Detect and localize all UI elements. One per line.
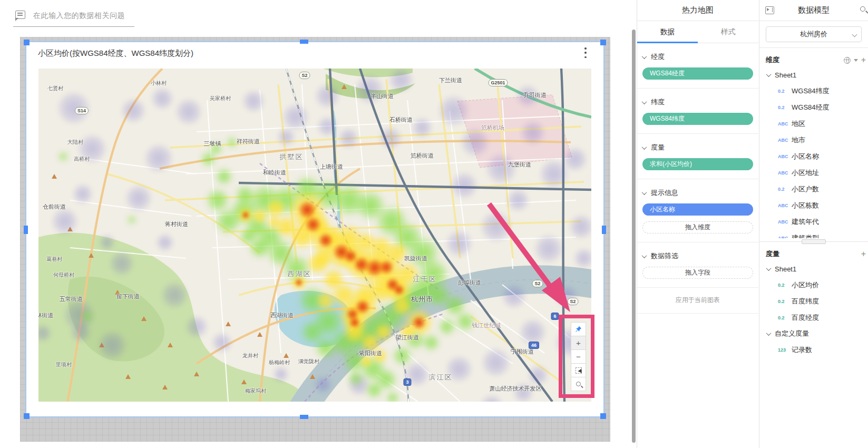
drop-zone[interactable]: 拖入维度	[642, 221, 753, 233]
dataset-name: 杭州房价	[800, 30, 827, 39]
field-type-icon: ABC	[778, 219, 792, 225]
chevron-icon	[642, 190, 647, 195]
config-section: 经度WGS84经度	[637, 43, 758, 89]
field-row[interactable]: ABC小区栋数	[766, 197, 863, 213]
field-type-icon: 0.2	[778, 283, 792, 288]
chevron-icon	[642, 253, 647, 258]
section-resize-grip[interactable]	[802, 239, 826, 244]
road-shield: S2	[567, 298, 578, 305]
resize-handle-se[interactable]	[600, 413, 606, 419]
resize-handle-n[interactable]	[300, 40, 308, 44]
field-name: WGS84经度	[792, 103, 830, 112]
field-pill[interactable]: 小区名称	[642, 203, 753, 216]
globe-caret-icon[interactable]	[854, 59, 858, 64]
dataset-select[interactable]: 杭州房价	[766, 26, 862, 42]
field-row[interactable]: ABC地区	[766, 115, 863, 132]
tab-数据[interactable]: 数据	[637, 21, 698, 43]
field-pill[interactable]: 求和(小区均价)	[642, 158, 753, 170]
field-type-icon: 0.2	[778, 89, 792, 94]
chart-panel-title: 热力地图	[682, 5, 714, 15]
resize-handle-e[interactable]	[602, 226, 606, 234]
resize-handle-w[interactable]	[24, 226, 28, 234]
field-name: 地区	[792, 119, 805, 129]
field-type-icon: ABC	[778, 154, 792, 159]
field-row[interactable]: 0.2百度经度	[766, 309, 863, 326]
nl-query-bar[interactable]: 在此输入您的数据相关问题	[13, 5, 134, 26]
field-row[interactable]: ABC建筑年代	[766, 213, 863, 230]
heatmap-chart-card[interactable]: 小区均价(按WGS84经度、WGS84纬度划分)	[26, 42, 603, 416]
config-section: 度量求和(小区均价)	[637, 134, 758, 179]
road-shield: S2	[532, 280, 543, 287]
tab-样式[interactable]: 样式	[698, 21, 758, 43]
filter-scope-note: 应用于当前图表	[637, 288, 758, 314]
field-row[interactable]: 0.2WGS84纬度	[766, 83, 863, 99]
resize-handle-ne[interactable]	[600, 40, 606, 45]
map-container[interactable]: 七贤村小林村吴家桥村大陆村高桥村三墩镇祥符街道半山街道下兰街道乔司街道石桥街道笕…	[38, 69, 591, 402]
field-name: 地市	[792, 135, 805, 145]
field-name: 记录数	[792, 345, 812, 355]
field-row[interactable]: 0.2小区户数	[766, 181, 863, 197]
config-section: 数据筛选拖入字段	[637, 242, 758, 288]
field-name: 建筑类型	[792, 233, 819, 239]
field-search-icon[interactable]	[860, 6, 865, 12]
annotation-rectangle	[559, 315, 594, 398]
resize-handle-nw[interactable]	[24, 40, 30, 45]
field-name: 小区栋数	[792, 201, 819, 210]
resize-handle-s[interactable]	[300, 415, 308, 419]
resize-handle-sw[interactable]	[24, 413, 30, 419]
globe-icon[interactable]	[844, 57, 851, 64]
field-type-icon: ABC	[778, 203, 792, 208]
road-shield: S14	[75, 107, 89, 114]
chart-panel-tabs: 数据样式	[637, 21, 758, 43]
field-type-icon: ABC	[778, 121, 792, 126]
measure-group-custom[interactable]: 自定义度量	[766, 326, 863, 342]
add-dimension-button[interactable]: +	[861, 56, 866, 64]
road-shield: G2501	[488, 79, 508, 86]
drop-zone[interactable]: 拖入字段	[642, 267, 753, 279]
road-shields: S14S2G2501S2S24636	[38, 69, 591, 402]
field-row[interactable]: ABC地市	[766, 132, 863, 148]
app-window: 在此输入您的数据相关问题 小区均价(按WGS84经度、WGS84纬度划分)	[0, 0, 868, 448]
field-name: 小区名称	[792, 152, 819, 161]
field-row[interactable]: ABC小区地址	[766, 164, 863, 181]
chart-title: 小区均价(按WGS84经度、WGS84纬度划分)	[38, 48, 193, 59]
field-type-icon: 123	[778, 347, 792, 353]
section-label[interactable]: 数据筛选	[642, 251, 753, 261]
section-label[interactable]: 纬度	[642, 98, 753, 107]
road-shield: 6	[551, 313, 559, 320]
field-row[interactable]: 0.2WGS84经度	[766, 99, 863, 115]
card-menu-button[interactable]	[581, 47, 590, 58]
field-name: 小区户数	[792, 184, 819, 194]
chevron-icon	[642, 54, 647, 59]
field-row[interactable]: 0.2百度纬度	[766, 293, 863, 309]
field-type-icon: ABC	[778, 170, 792, 176]
field-row[interactable]: ABC小区名称	[766, 148, 863, 164]
road-shield: 46	[529, 342, 539, 349]
field-name: 百度纬度	[792, 297, 819, 306]
field-type-icon: 0.2	[778, 315, 792, 320]
section-label[interactable]: 提示信息	[642, 188, 753, 198]
comment-icon	[15, 11, 25, 19]
add-measure-button[interactable]: +	[861, 250, 866, 258]
field-name: 小区均价	[792, 280, 819, 290]
measures-label: 度量	[766, 249, 861, 259]
config-section: 纬度WGS84纬度	[637, 89, 758, 134]
config-section: 提示信息小区名称拖入维度	[637, 179, 758, 242]
field-pill[interactable]: WGS84纬度	[642, 113, 753, 125]
field-row[interactable]: 123记录数	[766, 342, 863, 358]
canvas-scrollbar[interactable]	[632, 30, 636, 443]
field-type-icon: ABC	[778, 138, 792, 143]
chevron-icon	[642, 99, 647, 104]
dimension-group-sheet1[interactable]: Sheet1	[766, 67, 863, 83]
dimensions-label: 维度	[766, 55, 844, 65]
measure-group-sheet1[interactable]: Sheet1	[766, 261, 863, 277]
field-type-icon: ABC	[778, 236, 792, 239]
nl-query-placeholder: 在此输入您的数据相关问题	[33, 11, 125, 21]
collapse-panel-icon[interactable]	[765, 6, 774, 14]
field-row[interactable]: 0.2小区均价	[766, 277, 863, 293]
field-row[interactable]: ABC建筑类型	[766, 230, 863, 238]
query-underline	[13, 26, 134, 27]
section-label[interactable]: 度量	[642, 143, 753, 152]
section-label[interactable]: 经度	[642, 52, 753, 62]
field-pill[interactable]: WGS84经度	[642, 67, 753, 80]
